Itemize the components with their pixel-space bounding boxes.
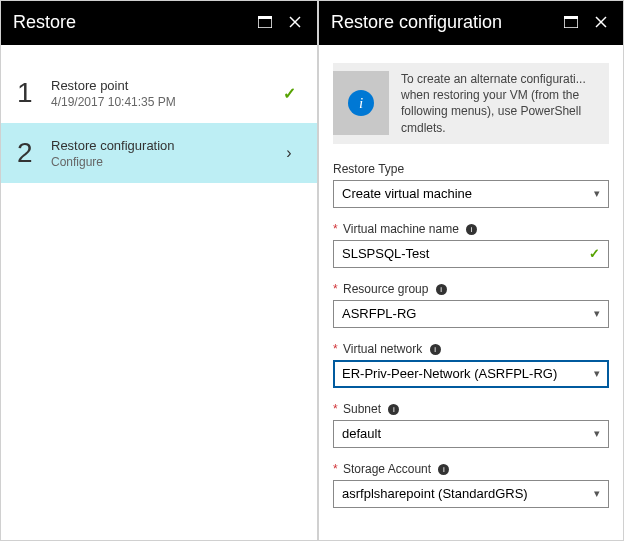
vm-name-field[interactable]: [342, 246, 589, 261]
close-icon[interactable]: [591, 12, 611, 32]
step-restore-point[interactable]: 1 Restore point 4/19/2017 10:41:35 PM ✓: [1, 63, 317, 123]
chevron-down-icon: ▾: [594, 427, 600, 440]
chevron-down-icon: ▾: [594, 307, 600, 320]
virtual-network-select[interactable]: ▾: [333, 360, 609, 388]
label-storage-account: Storage Account: [343, 462, 431, 476]
required-icon: *: [333, 462, 338, 476]
info-message: To create an alternate configurati... wh…: [389, 63, 597, 144]
field-resource-group: * Resource group i ▾: [333, 282, 609, 328]
field-storage-account: * Storage Account i ▾: [333, 462, 609, 508]
restore-config-blade: Restore configuration i To create an alt…: [318, 0, 624, 541]
required-icon: *: [333, 402, 338, 416]
restore-blade: Restore 1 Restore point 4/19/2017 10:41:…: [0, 0, 318, 541]
info-icon[interactable]: i: [430, 344, 441, 355]
restore-type-select[interactable]: ▾: [333, 180, 609, 208]
label-vm-name: Virtual machine name: [343, 222, 459, 236]
chevron-down-icon: ▾: [594, 187, 600, 200]
restore-config-body: i To create an alternate configurati... …: [319, 45, 623, 540]
required-icon: *: [333, 222, 338, 236]
label-resource-group: Resource group: [343, 282, 428, 296]
label-restore-type: Restore Type: [333, 162, 609, 176]
info-icon[interactable]: i: [466, 224, 477, 235]
subnet-select[interactable]: ▾: [333, 420, 609, 448]
subnet-value[interactable]: [342, 426, 594, 441]
storage-account-select[interactable]: ▾: [333, 480, 609, 508]
restore-blade-title: Restore: [13, 12, 245, 33]
required-icon: *: [333, 282, 338, 296]
checkmark-icon: ✓: [277, 84, 301, 103]
checkmark-icon: ✓: [589, 246, 600, 261]
restore-config-blade-title: Restore configuration: [331, 12, 551, 33]
restore-config-blade-header: Restore configuration: [319, 1, 623, 45]
step-title: Restore configuration: [51, 138, 277, 153]
label-subnet: Subnet: [343, 402, 381, 416]
info-icon[interactable]: i: [436, 284, 447, 295]
field-subnet: * Subnet i ▾: [333, 402, 609, 448]
info-banner: i To create an alternate configurati... …: [333, 63, 609, 144]
step-subtitle: 4/19/2017 10:41:35 PM: [51, 95, 277, 109]
vm-name-input[interactable]: ✓: [333, 240, 609, 268]
restore-config-form: Restore Type ▾ * Virtual machine name i …: [319, 162, 623, 508]
info-icon[interactable]: i: [438, 464, 449, 475]
chevron-right-icon: ›: [277, 144, 301, 162]
step-restore-configuration[interactable]: 2 Restore configuration Configure ›: [1, 123, 317, 183]
restore-blade-body: 1 Restore point 4/19/2017 10:41:35 PM ✓ …: [1, 45, 317, 540]
step-number: 2: [17, 137, 51, 169]
virtual-network-value[interactable]: [342, 366, 594, 381]
info-icon[interactable]: i: [388, 404, 399, 415]
step-subtitle: Configure: [51, 155, 277, 169]
required-icon: *: [333, 342, 338, 356]
field-restore-type: Restore Type ▾: [333, 162, 609, 208]
restore-blade-header: Restore: [1, 1, 317, 45]
resource-group-select[interactable]: ▾: [333, 300, 609, 328]
info-icon: i: [348, 90, 374, 116]
restore-icon[interactable]: [255, 12, 275, 32]
svg-rect-1: [258, 16, 272, 19]
wizard-steps: 1 Restore point 4/19/2017 10:41:35 PM ✓ …: [1, 45, 317, 183]
field-vm-name: * Virtual machine name i ✓: [333, 222, 609, 268]
field-virtual-network: * Virtual network i ▾: [333, 342, 609, 388]
chevron-down-icon: ▾: [594, 487, 600, 500]
restore-type-value[interactable]: [342, 186, 594, 201]
svg-rect-5: [564, 16, 578, 19]
chevron-down-icon: ▾: [594, 367, 600, 380]
restore-icon[interactable]: [561, 12, 581, 32]
label-virtual-network: Virtual network: [343, 342, 422, 356]
step-number: 1: [17, 77, 51, 109]
step-title: Restore point: [51, 78, 277, 93]
resource-group-value[interactable]: [342, 306, 594, 321]
storage-account-value[interactable]: [342, 486, 594, 501]
close-icon[interactable]: [285, 12, 305, 32]
